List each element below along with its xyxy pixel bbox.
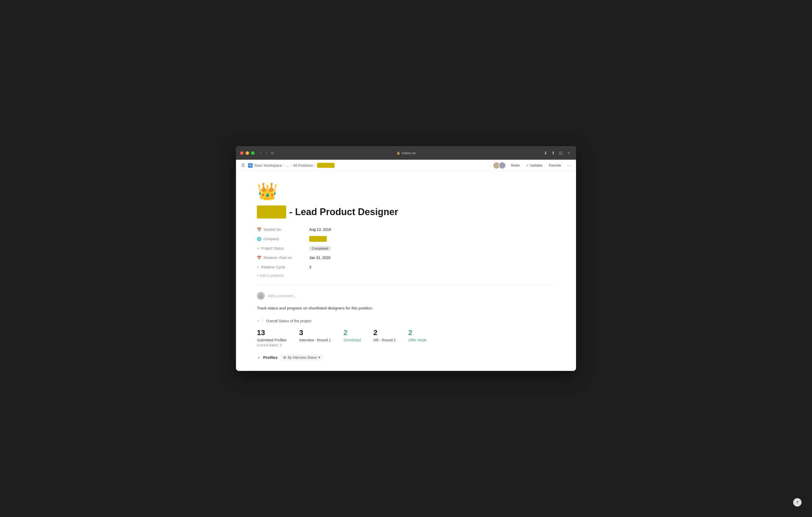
property-retainer-cycle: ≡ Retainer Cycle 3 [257,263,555,272]
stat-label-hr-r2: HR - Round 2 [373,338,396,342]
title-highlight [257,206,286,218]
breadcrumb-current[interactable] [317,163,335,168]
traffic-lights [240,151,255,155]
breadcrumb: N Team Workspace / ... / All Positions / [248,163,335,168]
stat-sub-submitted: Current Batch: 3 [257,343,287,347]
property-label-started-on: 📅 Started On [257,227,309,232]
profiles-title: Profiles [263,355,278,360]
page-title: - Lead Product Designer [257,206,555,218]
section-header: + ⠿ Overall Status of the project [257,318,555,323]
breadcrumb-sep-3: / [315,163,316,167]
profiles-header: ↗ Profiles ⊞ By Interview Status ▾ [257,355,555,360]
workspace-label: Team Workspace [254,163,282,168]
calendar-icon: 📅 [257,227,261,232]
stat-label-interview-r1: Interview - Round 1 [299,338,331,342]
forward-button[interactable]: › [264,150,269,156]
section-title: Overall Status of the project [266,319,311,323]
avatars [493,162,506,169]
breadcrumb-all-positions[interactable]: All Positions [293,163,313,168]
svg-point-0 [260,294,262,296]
page-icon: 👑 [257,182,555,201]
more-options-button[interactable]: ··· [566,161,572,169]
help-button[interactable]: ? [793,498,802,507]
breadcrumb-sep-2: / [291,163,291,167]
url-text: notion.so [402,151,416,155]
property-value-retainer-cycle[interactable]: 3 [309,265,311,269]
property-label-retainer-paid: 📅 Retainer: Paid on [257,255,309,260]
section-drag-icon: ⠿ [261,319,264,323]
toolbar-right: Share ✓ Updates Favorite ··· [493,161,572,169]
minimize-button[interactable] [245,151,249,155]
updates-check-icon: ✓ [526,163,529,167]
share-button[interactable]: Share [509,162,521,168]
property-value-retainer-paid[interactable]: Jan 31, 2020 [309,255,330,260]
toolbar: ☰ N Team Workspace / ... / All Positions… [236,160,576,171]
add-property-label: + Add a property [257,273,284,278]
property-value-company[interactable] [309,236,327,242]
globe-icon: 🌐 [257,237,261,241]
comment-placeholder[interactable]: Add a comment... [268,294,297,298]
stat-label-offer: Offer Made [408,338,427,342]
section-add-icon[interactable]: + [257,318,259,323]
stat-offer-made: 2 Offer Made [408,329,427,347]
stat-number-shortlisted: 2 [344,329,361,337]
stat-label-shortlisted: Shortlisted [344,338,361,342]
new-tab-button[interactable]: ⊡ [558,150,563,157]
title-text: - Lead Product Designer [289,207,398,217]
property-label-project-status: ≡ Project Status [257,246,309,250]
stat-interview-r1: 3 Interview - Round 1 [299,329,331,347]
properties-section: 📅 Started On Aug 13, 2019 🌐 Company ≡ Pr… [257,225,555,279]
updates-button[interactable]: ✓ Updates [524,162,544,168]
menu-button[interactable]: ☰ [240,162,246,169]
fullscreen-button[interactable] [251,151,255,155]
main-content: 👑 - Lead Product Designer 📅 Started On A… [236,171,576,371]
divider-1 [257,284,555,285]
property-project-status: ≡ Project Status Completed [257,244,555,253]
breadcrumb-sep-1: / [284,163,284,167]
add-tab-button[interactable]: ＋ [566,149,572,157]
workspace-icon: N [248,163,253,168]
stat-number-offer: 2 [408,329,427,337]
property-started-on: 📅 Started On Aug 13, 2019 [257,225,555,234]
profiles-view-label: By Interview Status [288,356,317,359]
property-label-company: 🌐 Company [257,237,309,241]
nav-buttons: ‹ › ⊟ [259,150,276,156]
add-property-button[interactable]: + Add a property [257,272,555,279]
profiles-view-button[interactable]: ⊞ By Interview Status ▾ [281,355,323,360]
profiles-view-icon: ⊞ [283,356,286,359]
property-company: 🌐 Company [257,234,555,244]
property-value-started-on[interactable]: Aug 13, 2019 [309,227,331,232]
body-text: Track status and progress on shortlisted… [257,305,555,311]
breadcrumb-workspace[interactable]: N Team Workspace [248,163,282,168]
titlebar: ‹ › ⊟ 🔒 notion.so ⬇ ⬆ ⊡ ＋ [236,146,576,160]
favorite-button[interactable]: Favorite [547,162,563,168]
stat-shortlisted: 2 Shortlisted [344,329,361,347]
property-retainer-paid: 📅 Retainer: Paid on Jan 31, 2020 [257,253,555,263]
profiles-view-chevron: ▾ [318,356,320,359]
url-bar: 🔒 notion.so [397,151,416,155]
list-icon-2: ≡ [257,265,259,269]
close-button[interactable] [240,151,243,155]
property-value-project-status[interactable]: Completed [309,246,331,251]
stat-hr-r2: 2 HR - Round 2 [373,329,396,347]
stat-number-submitted: 13 [257,329,287,337]
property-label-retainer-cycle: ≡ Retainer Cycle [257,265,309,269]
download-button[interactable]: ⬇ [543,150,548,157]
share-window-button[interactable]: ⬆ [550,150,556,157]
titlebar-actions: ⬇ ⬆ ⊡ ＋ [543,149,572,157]
tab-icon-button[interactable]: ⊟ [269,150,276,156]
list-icon: ≡ [257,246,259,250]
breadcrumb-ellipsis[interactable]: ... [286,163,289,168]
stat-number-hr-r2: 2 [373,329,396,337]
stat-submitted-profiles: 13 Submitted Profiles Current Batch: 3 [257,329,287,347]
stats-row: 13 Submitted Profiles Current Batch: 3 3… [257,329,555,347]
back-button[interactable]: ‹ [259,150,263,156]
stat-label-submitted: Submitted Profiles [257,338,287,342]
calendar-icon-2: 📅 [257,255,261,260]
comment-avatar [257,292,265,300]
lock-icon: 🔒 [397,151,400,155]
stat-number-interview-r1: 3 [299,329,331,337]
comment-area: Add a comment... [257,289,555,303]
profiles-arrow-icon: ↗ [257,356,260,360]
avatar-2 [499,162,506,169]
